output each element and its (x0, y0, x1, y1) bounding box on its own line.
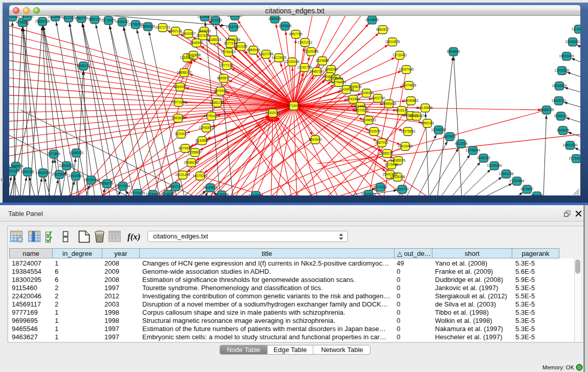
svg-text:19832259: 19832259 (36, 171, 51, 174)
svg-text:8224730: 8224730 (396, 187, 409, 191)
svg-text:6217026: 6217026 (374, 185, 387, 189)
svg-text:8359183: 8359183 (421, 121, 434, 125)
svg-text:25302033: 25302033 (266, 111, 280, 115)
svg-text:11558837: 11558837 (188, 150, 203, 154)
svg-text:22474828: 22474828 (402, 83, 417, 87)
svg-text:2457954: 2457954 (530, 194, 543, 195)
svg-text:1839221: 1839221 (20, 16, 34, 18)
svg-text:22330030: 22330030 (285, 60, 300, 63)
svg-text:23487347: 23487347 (310, 70, 324, 73)
svg-text:14275203: 14275203 (193, 174, 208, 178)
svg-text:9217207: 9217207 (62, 16, 75, 19)
svg-text:15375853: 15375853 (401, 129, 416, 133)
svg-text:25852685: 25852685 (141, 25, 156, 28)
svg-text:20615450: 20615450 (398, 144, 413, 148)
svg-text:6457765: 6457765 (289, 32, 302, 36)
svg-text:6742460: 6742460 (346, 97, 360, 101)
svg-text:4735650: 4735650 (16, 20, 29, 24)
svg-text:17751421: 17751421 (204, 114, 219, 118)
svg-text:8646997: 8646997 (190, 41, 203, 45)
svg-text:10057945: 10057945 (399, 68, 414, 71)
svg-text:8396759: 8396759 (100, 182, 114, 185)
svg-text:4112034: 4112034 (455, 142, 468, 145)
svg-text:5685216: 5685216 (380, 151, 394, 155)
svg-text:21754078: 21754078 (569, 157, 580, 160)
svg-text:10710248: 10710248 (226, 38, 241, 41)
svg-text:8369062: 8369062 (173, 85, 187, 89)
svg-text:19285201: 19285201 (69, 151, 84, 155)
svg-text:4389045: 4389045 (247, 48, 260, 52)
svg-text:8811165: 8811165 (235, 45, 248, 48)
svg-text:20372723: 20372723 (156, 26, 170, 29)
svg-text:18992829: 18992829 (552, 84, 567, 87)
svg-text:12416912: 12416912 (249, 193, 264, 195)
svg-text:5188470: 5188470 (554, 114, 568, 118)
svg-text:9983893: 9983893 (171, 116, 185, 120)
svg-text:22806503: 22806503 (59, 164, 74, 167)
svg-text:3220921: 3220921 (175, 132, 188, 136)
svg-text:3333883: 3333883 (198, 29, 211, 33)
svg-text:25485735: 25485735 (539, 108, 554, 112)
svg-text:16213925: 16213925 (272, 56, 287, 59)
svg-text:13045349: 13045349 (487, 164, 502, 167)
svg-text:23188315: 23188315 (207, 38, 222, 41)
svg-text:8134562: 8134562 (195, 139, 209, 142)
svg-text:8029889: 8029889 (316, 59, 329, 62)
svg-text:2077105: 2077105 (220, 63, 233, 67)
svg-text:5641643: 5641643 (309, 138, 322, 141)
svg-text:10323815: 10323815 (361, 192, 376, 195)
svg-text:15076749: 15076749 (84, 178, 99, 182)
svg-text:16415740: 16415740 (552, 99, 567, 102)
svg-text:16072954: 16072954 (116, 184, 130, 188)
svg-text:15157347: 15157347 (226, 25, 241, 29)
svg-text:9816145: 9816145 (395, 108, 408, 112)
svg-text:24425670: 24425670 (203, 186, 218, 189)
svg-text:21257684: 21257684 (510, 179, 525, 183)
svg-text:8336273: 8336273 (77, 64, 90, 68)
svg-text:24090883: 24090883 (404, 99, 419, 102)
svg-text:22744459: 22744459 (332, 80, 346, 84)
svg-text:11881122: 11881122 (210, 101, 224, 104)
svg-text:13241736: 13241736 (297, 65, 312, 69)
svg-text:6357277: 6357277 (169, 185, 182, 188)
svg-text:10837430: 10837430 (563, 143, 578, 147)
svg-text:25882305: 25882305 (35, 19, 50, 23)
svg-text:19688132: 19688132 (177, 71, 192, 74)
svg-text:14460856: 14460856 (186, 53, 201, 57)
svg-text:5793975: 5793975 (367, 129, 381, 133)
svg-text:24641507: 24641507 (181, 32, 196, 35)
svg-text:14401657: 14401657 (409, 114, 424, 118)
svg-text:22093651: 22093651 (565, 40, 580, 43)
svg-text:9275445: 9275445 (385, 163, 398, 166)
svg-text:20813640: 20813640 (228, 16, 243, 17)
svg-text:13748244: 13748244 (466, 148, 481, 152)
svg-text:8489709: 8489709 (75, 16, 88, 20)
svg-text:16396513: 16396513 (361, 118, 376, 122)
svg-text:12920906: 12920906 (304, 50, 319, 53)
svg-text:19523409: 19523409 (559, 54, 574, 58)
svg-text:3917183: 3917183 (209, 18, 222, 22)
svg-text:8685577: 8685577 (217, 76, 230, 80)
svg-text:5682115: 5682115 (89, 17, 101, 21)
svg-text:1218062: 1218062 (161, 192, 175, 195)
svg-text:19085076: 19085076 (391, 159, 406, 162)
svg-text:12294238: 12294238 (431, 128, 446, 132)
svg-text:22570529: 22570529 (354, 108, 369, 112)
svg-text:13732411: 13732411 (393, 53, 407, 57)
svg-text:21200396: 21200396 (9, 169, 20, 173)
svg-text:4439167: 4439167 (116, 20, 129, 24)
svg-text:10327246: 10327246 (259, 52, 274, 56)
svg-text:1999828: 1999828 (278, 24, 292, 28)
svg-text:22306335: 22306335 (359, 91, 374, 95)
svg-text:13421212: 13421212 (298, 40, 313, 44)
svg-text:22455603: 22455603 (9, 16, 20, 18)
svg-text:15180586: 15180586 (214, 193, 229, 195)
svg-text:24532561: 24532561 (69, 174, 83, 178)
svg-text:13146585: 13146585 (418, 106, 433, 110)
svg-text:9875847: 9875847 (520, 187, 534, 191)
svg-text:13701506: 13701506 (555, 69, 570, 72)
svg-text:2537611: 2537611 (197, 34, 209, 37)
svg-text:6482877: 6482877 (376, 28, 389, 31)
svg-text:21439044: 21439044 (339, 87, 354, 91)
svg-text:8806804: 8806804 (447, 50, 460, 53)
